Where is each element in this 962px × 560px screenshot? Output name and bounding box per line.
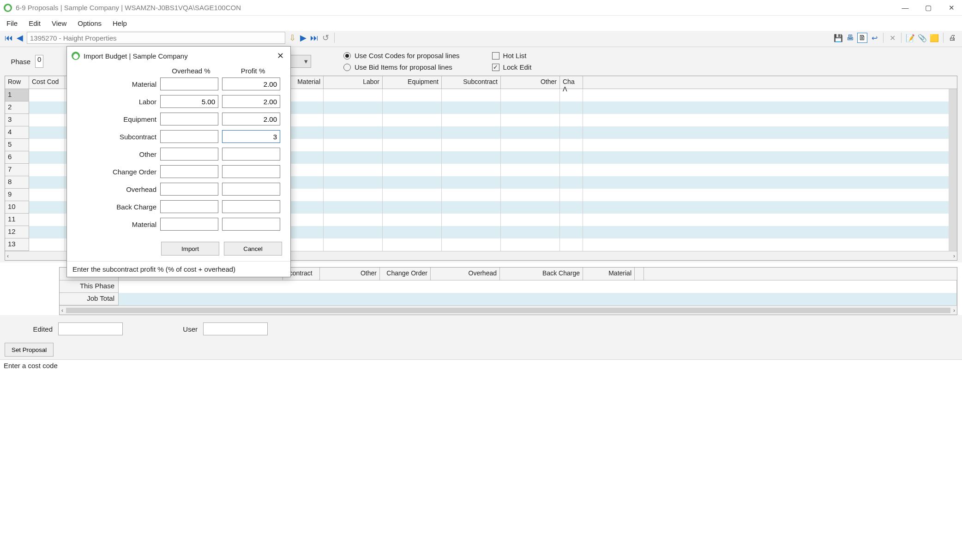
- dropdown-arrow-icon[interactable]: ⇩: [288, 33, 296, 43]
- phase-input[interactable]: 0: [35, 55, 43, 68]
- scroll-right-icon[interactable]: ›: [953, 253, 955, 259]
- import-row-label: Other: [75, 150, 156, 158]
- menu-file[interactable]: File: [6, 19, 18, 27]
- grid-vscroll[interactable]: [949, 89, 957, 251]
- dialog-app-icon: ⬤: [72, 52, 80, 60]
- scroll-right-icon[interactable]: ›: [953, 307, 955, 314]
- edited-field[interactable]: [58, 322, 123, 335]
- row-number[interactable]: 3: [5, 114, 29, 126]
- next-record-icon[interactable]: ▶: [299, 33, 307, 43]
- close-button[interactable]: ✕: [944, 4, 958, 12]
- set-proposal-button[interactable]: Set Proposal: [5, 343, 54, 357]
- profit-input[interactable]: [222, 77, 280, 90]
- col-subcontract[interactable]: Subcontract: [442, 76, 501, 89]
- profit-input[interactable]: [222, 165, 280, 178]
- back-arrow-icon[interactable]: ↩: [869, 33, 879, 43]
- overhead-input[interactable]: [160, 113, 218, 125]
- row-number[interactable]: 13: [5, 238, 29, 251]
- record-toolbar: ⏮ ◀ 1395270 - Haight Properties ⇩ ▶ ⏭ ↺ …: [0, 31, 962, 47]
- row-number[interactable]: 5: [5, 139, 29, 151]
- profit-input[interactable]: [222, 113, 280, 125]
- scol-back-charge[interactable]: Back Charge: [500, 268, 583, 280]
- overhead-input[interactable]: [160, 130, 218, 143]
- app-icon: ⬤: [4, 4, 12, 12]
- menu-options[interactable]: Options: [78, 19, 102, 27]
- profit-input[interactable]: [222, 95, 280, 108]
- attachment-icon[interactable]: 📎: [917, 33, 927, 43]
- row-number[interactable]: 4: [5, 126, 29, 139]
- separator: [334, 33, 335, 43]
- profit-input[interactable]: [222, 218, 280, 231]
- import-row-label: Overhead: [75, 185, 156, 193]
- lock-edit-checkbox[interactable]: ✓: [492, 64, 499, 71]
- menu-view[interactable]: View: [52, 19, 66, 27]
- summary-hscroll[interactable]: ‹ ›: [60, 305, 957, 315]
- profit-input[interactable]: [222, 183, 280, 196]
- printer-icon[interactable]: 🖨: [947, 33, 957, 43]
- profit-input[interactable]: [222, 200, 280, 213]
- overhead-input[interactable]: [160, 148, 218, 161]
- dialog-close-button[interactable]: ✕: [275, 51, 286, 61]
- prev-record-icon[interactable]: ◀: [16, 33, 24, 43]
- overhead-input[interactable]: [160, 200, 218, 213]
- scol-other[interactable]: Other: [320, 268, 380, 280]
- first-record-icon[interactable]: ⏮: [5, 33, 13, 43]
- row-number[interactable]: 8: [5, 176, 29, 189]
- row-number[interactable]: 10: [5, 201, 29, 214]
- scol-change-order[interactable]: Change Order: [380, 268, 431, 280]
- col-labor[interactable]: Labor: [324, 76, 383, 89]
- scol-overhead[interactable]: Overhead: [431, 268, 500, 280]
- col-other[interactable]: Other: [501, 76, 560, 89]
- hot-list-label: Hot List: [503, 52, 527, 60]
- row-number[interactable]: 9: [5, 189, 29, 201]
- import-row: Equipment: [75, 113, 282, 125]
- minimize-button[interactable]: —: [898, 4, 912, 12]
- col-equipment[interactable]: Equipment: [383, 76, 442, 89]
- row-number[interactable]: 11: [5, 214, 29, 226]
- row-number[interactable]: 6: [5, 151, 29, 164]
- scroll-left-icon[interactable]: ‹: [61, 307, 63, 314]
- hot-list-checkbox[interactable]: [492, 52, 499, 60]
- overhead-input[interactable]: [160, 95, 218, 108]
- col-head-profit: Profit %: [224, 67, 282, 75]
- row-number[interactable]: 7: [5, 164, 29, 176]
- overhead-input[interactable]: [160, 165, 218, 178]
- last-record-icon[interactable]: ⏭: [310, 33, 319, 43]
- sticky-note-icon[interactable]: 🟨: [929, 33, 939, 43]
- new-icon[interactable]: 🗎: [857, 33, 867, 43]
- col-row[interactable]: Row: [5, 76, 29, 89]
- radio-bid-items[interactable]: [343, 64, 351, 71]
- radio-cost-codes[interactable]: [343, 52, 351, 60]
- row-number[interactable]: 1: [5, 89, 29, 101]
- delete-icon[interactable]: ✕: [887, 33, 897, 43]
- cancel-button[interactable]: Cancel: [224, 242, 282, 256]
- col-cost-code[interactable]: Cost Cod: [29, 76, 65, 89]
- refresh-icon[interactable]: ↺: [321, 33, 330, 43]
- edited-label: Edited: [6, 325, 53, 333]
- profit-input[interactable]: [222, 148, 280, 161]
- row-number[interactable]: 12: [5, 226, 29, 238]
- user-field[interactable]: [203, 322, 268, 335]
- note-edit-icon[interactable]: 📝: [905, 33, 915, 43]
- menu-help[interactable]: Help: [113, 19, 127, 27]
- scol-material[interactable]: Material: [583, 268, 635, 280]
- record-value: 1395270 - Haight Properties: [30, 34, 117, 42]
- separator: [943, 33, 944, 43]
- col-cha[interactable]: Cha ᐱ: [560, 76, 583, 89]
- window-title: 6-9 Proposals | Sample Company | WSAMZN-…: [16, 4, 898, 12]
- overhead-input[interactable]: [160, 77, 218, 90]
- import-button[interactable]: Import: [161, 242, 219, 256]
- print-icon[interactable]: 🖶: [845, 33, 855, 43]
- dialog-status: Enter the subcontract profit % (% of cos…: [67, 261, 290, 277]
- record-field[interactable]: 1395270 - Haight Properties: [27, 32, 285, 44]
- row-number[interactable]: 2: [5, 101, 29, 114]
- import-row: Material: [75, 77, 282, 90]
- overhead-input[interactable]: [160, 218, 218, 231]
- save-icon[interactable]: 💾: [833, 33, 843, 43]
- scroll-left-icon[interactable]: ‹: [7, 253, 9, 259]
- profit-input[interactable]: [222, 130, 280, 143]
- overhead-input[interactable]: [160, 183, 218, 196]
- maximize-button[interactable]: ▢: [921, 4, 935, 12]
- menu-edit[interactable]: Edit: [29, 19, 41, 27]
- statusbar: Enter a cost code: [0, 359, 962, 371]
